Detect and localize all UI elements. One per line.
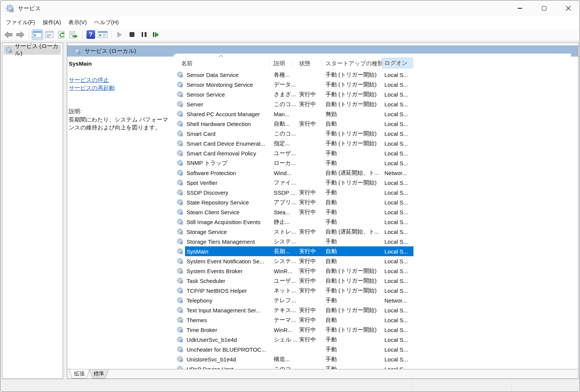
export-list-button[interactable] [68, 29, 79, 40]
table-row[interactable]: Sensor Data Service各種...手動 (トリガー開始)Local… [173, 70, 418, 80]
table-row[interactable]: Sensor Serviceさまざ...実行中手動 (トリガー開始)Local … [173, 89, 418, 99]
close-button[interactable] [560, 0, 577, 16]
show-extended-view-button[interactable] [97, 29, 108, 40]
tab-standard[interactable]: 標準 [89, 369, 109, 378]
row-body[interactable]: State Repository Serviceアプリ...実行中自動Local… [185, 197, 413, 207]
table-row[interactable]: SSDP DiscoverySSDP ...実行中手動Local S... [173, 188, 418, 197]
row-body[interactable]: SNMP トラップローカ...手動Local S... [185, 158, 413, 168]
table-row[interactable]: TCP/IP NetBIOS Helperネット...実行中手動 (トリガー開始… [173, 286, 418, 295]
row-body[interactable]: TCP/IP NetBIOS Helperネット...実行中手動 (トリガー開始… [185, 286, 413, 295]
row-body[interactable]: Time BrokerWinR...実行中手動 (トリガー開始)Local S.… [185, 325, 413, 335]
row-body[interactable]: Serverこのコ...実行中自動 (トリガー開始)Local S... [185, 99, 413, 109]
service-gear-icon [177, 150, 183, 156]
column-header-name[interactable]: 名前 [181, 58, 193, 69]
row-body[interactable]: Storage Serviceストレ...実行中自動 (遅延開始、ト...Loc… [185, 227, 413, 237]
restart-service-link[interactable]: サービスの再起動 [69, 85, 114, 92]
row-body[interactable]: Task Schedulerユーザ...実行中自動 (トリガー開始)Local … [185, 276, 413, 286]
tab-extended[interactable]: 拡張 [69, 369, 90, 378]
sidebar-item-services-local[interactable]: サービス (ローカル) [3, 45, 61, 55]
row-body[interactable]: Storage Tiers Managementシステ...手動Local S.… [185, 237, 413, 246]
row-body[interactable]: System Event Notification Se...システ...実行中… [185, 256, 413, 266]
properties-button[interactable] [44, 29, 55, 40]
table-row[interactable]: Smart Cardこのコ...手動 (トリガー開始)Local S... [173, 129, 418, 138]
row-body[interactable]: System Events BrokerWinR...実行中自動 (トリガー開始… [185, 266, 413, 276]
table-row[interactable]: Still Image Acquisition Events静止...手動Loc… [173, 217, 418, 227]
forward-button[interactable] [15, 29, 26, 40]
pause-service-button[interactable] [138, 29, 150, 40]
row-body[interactable]: Shell Hardware Detection自動...実行中自動Local … [185, 119, 413, 129]
menu-item-3[interactable]: ヘルプ(H) [91, 17, 123, 27]
table-row[interactable]: Text Input Management Ser...テキス...実行中自動 … [173, 305, 418, 315]
column-header-description[interactable]: 説明 [274, 58, 285, 69]
table-row[interactable]: Serverこのコ...実行中自動 (トリガー開始)Local S... [173, 99, 418, 109]
table-row[interactable]: Telephonyテレフ...手動Networ... [173, 295, 418, 305]
stop-service-button[interactable] [126, 29, 137, 40]
row-body[interactable]: UnistoreSvc_b1e4d構造...手動Local S... [185, 354, 413, 364]
row-body[interactable]: Sensor Data Service各種...手動 (トリガー開始)Local… [185, 70, 413, 80]
table-row[interactable]: Sensor Monitoring Serviceデータ...手動 (トリガー開… [173, 80, 418, 89]
row-body[interactable]: Uncheater for BLUEPROTOC...手動Local S... [185, 344, 413, 354]
table-row[interactable]: Storage Tiers Managementシステ...手動Local S.… [173, 237, 418, 246]
back-button[interactable] [3, 29, 14, 40]
table-row[interactable]: UnistoreSvc_b1e4d構造...手動Local S... [173, 354, 418, 364]
stop-service-link[interactable]: サービスの停止 [69, 77, 109, 84]
service-gear-icon [177, 326, 183, 333]
row-body[interactable]: Telephonyテレフ...手動Networ... [185, 295, 413, 305]
restart-service-button[interactable] [150, 29, 162, 40]
start-service-button[interactable] [114, 29, 125, 40]
row-body[interactable]: Steam Client ServiceStea...実行中手動Local S.… [185, 207, 413, 217]
help-button[interactable]: ? [85, 29, 96, 40]
cell-status [299, 237, 325, 246]
row-body[interactable]: Sensor Serviceさまざ...実行中手動 (トリガー開始)Local … [185, 89, 413, 99]
cell-name: UnistoreSvc_b1e4d [187, 354, 280, 364]
maximize-button[interactable] [535, 0, 553, 16]
selected-row-body[interactable]: SysMain長期...実行中自動Local S... [185, 246, 413, 256]
menu-item-0[interactable]: ファイル(F) [2, 17, 39, 27]
row-body[interactable]: Smart Cardこのコ...手動 (トリガー開始)Local S... [185, 129, 413, 138]
cell-desc: テーマ... [274, 315, 298, 325]
row-body[interactable]: Text Input Management Ser...テキス...実行中自動 … [185, 305, 413, 315]
panel-splitter[interactable] [63, 43, 67, 379]
table-row[interactable]: Smart Card Device Enumerat...指定...手動 (トリ… [173, 138, 418, 148]
table-row[interactable]: System Events BrokerWinR...実行中自動 (トリガー開始… [173, 266, 418, 276]
table-row[interactable]: Time BrokerWinR...実行中手動 (トリガー開始)Local S.… [173, 325, 418, 335]
column-header-logon[interactable]: ログオン [382, 57, 413, 69]
column-header-startup-type[interactable]: スタートアップの種類 [325, 58, 383, 69]
table-row[interactable]: Shell Hardware Detection自動...実行中自動Local … [173, 119, 418, 129]
table-row[interactable]: Shared PC Account ManagerMan...無効Local S… [173, 109, 418, 119]
row-body[interactable]: Themesテーマ...実行中自動Local S... [185, 315, 413, 325]
menu-item-2[interactable]: 表示(V) [65, 17, 90, 27]
table-row[interactable]: Storage Serviceストレ...実行中自動 (遅延開始、ト...Loc… [173, 227, 418, 237]
minimize-button[interactable] [511, 0, 529, 16]
cell-logon: Local S... [384, 256, 412, 266]
table-row[interactable]: SNMP トラップローカ...手動Local S... [173, 158, 418, 168]
cell-status: 実行中 [299, 335, 325, 344]
column-header-status[interactable]: 状態 [299, 58, 310, 69]
table-row[interactable]: Software ProtectionWind...自動 (遅延開始、ト...N… [173, 168, 418, 178]
table-row[interactable]: Smart Card Removal Policyユーザ...手動Local S… [173, 148, 418, 158]
row-body[interactable]: Still Image Acquisition Events静止...手動Loc… [185, 217, 413, 227]
row-body[interactable]: Spot Verifierファイ...手動 (トリガー開始)Local S... [185, 178, 413, 188]
cell-status [299, 295, 325, 305]
table-row[interactable]: SysMain長期...実行中自動Local S... [173, 246, 418, 256]
cell-startup: 自動 (トリガー開始) [325, 99, 383, 109]
table-row[interactable]: Uncheater for BLUEPROTOC...手動Local S... [173, 344, 418, 354]
show-console-tree-button[interactable] [32, 29, 43, 40]
row-body[interactable]: Smart Card Removal Policyユーザ...手動Local S… [185, 148, 413, 158]
refresh-button[interactable] [56, 29, 67, 40]
row-body[interactable]: SSDP DiscoverySSDP ...実行中手動Local S... [185, 188, 413, 197]
table-row[interactable]: Themesテーマ...実行中自動Local S... [173, 315, 418, 325]
table-row[interactable]: System Event Notification Se...システ...実行中… [173, 256, 418, 266]
table-row[interactable]: Spot Verifierファイ...手動 (トリガー開始)Local S... [173, 178, 418, 188]
row-body[interactable]: Sensor Monitoring Serviceデータ...手動 (トリガー開… [185, 80, 413, 89]
row-body[interactable]: Shared PC Account ManagerMan...無効Local S… [185, 109, 413, 119]
table-row[interactable]: UdkUserSvc_b1e4dシェル ...実行中手動Local S... [173, 335, 418, 344]
row-body[interactable]: Smart Card Device Enumerat...指定...手動 (トリ… [185, 138, 413, 148]
row-body[interactable]: UdkUserSvc_b1e4dシェル ...実行中手動Local S... [185, 335, 413, 344]
table-row[interactable]: State Repository Serviceアプリ...実行中自動Local… [173, 197, 418, 207]
menu-item-1[interactable]: 操作(A) [39, 17, 65, 27]
table-row[interactable]: Task Schedulerユーザ...実行中自動 (トリガー開始)Local … [173, 276, 418, 286]
table-row[interactable]: Steam Client ServiceStea...実行中手動Local S.… [173, 207, 418, 217]
services-gear-icon [74, 48, 80, 54]
row-body[interactable]: Software ProtectionWind...自動 (遅延開始、ト...N… [185, 168, 413, 178]
